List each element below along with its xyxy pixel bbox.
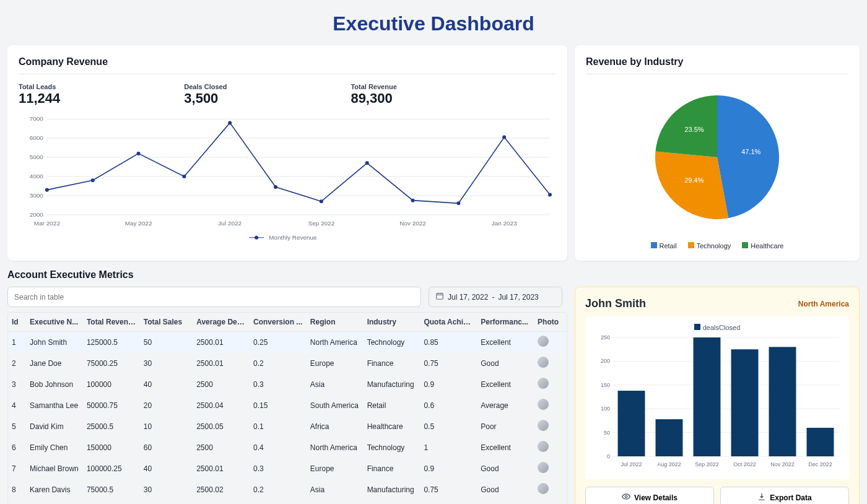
industry-pie-chart: 47.1%29.4%23.5% <box>586 83 848 232</box>
revenue-line-chart: 200030004000500060007000Mar 2022May 2022… <box>19 113 556 243</box>
svg-rect-57 <box>769 347 796 456</box>
deals-bar-chart: 050100150200250Jul 2022Aug 2022Sep 2022O… <box>590 334 844 470</box>
calendar-icon <box>435 292 444 302</box>
date-range-picker[interactable]: Jul 17, 2022 - Jul 17, 2023 <box>429 287 562 307</box>
col-header[interactable]: Average Deal... <box>193 313 250 332</box>
svg-text:Jul 2022: Jul 2022 <box>218 220 242 227</box>
svg-point-14 <box>137 152 141 155</box>
table-row[interactable]: 5David Kim25000.5102500.050.1AfricaHealt… <box>8 416 567 437</box>
svg-text:Dec 2022: Dec 2022 <box>808 461 832 467</box>
table-row[interactable]: 7Michael Brown100000.25402500.010.3Europ… <box>8 458 567 479</box>
executives-table: IdExecutive N...Total RevenueTotal Sales… <box>7 312 567 504</box>
svg-text:Sep 2022: Sep 2022 <box>308 220 335 227</box>
table-row[interactable]: 6Emily Chen1500006025000.4North AmericaT… <box>8 437 567 458</box>
svg-text:Nov 2022: Nov 2022 <box>399 220 426 227</box>
col-header[interactable]: Quota Achie... <box>420 313 477 332</box>
company-revenue-card: Company Revenue Total Leads 11,244 Deals… <box>7 45 567 261</box>
table-row[interactable]: 8Karen Davis75000.5302500.020.2AsiaManuf… <box>8 479 567 500</box>
avatar <box>538 336 549 347</box>
col-header[interactable]: Id <box>8 313 26 332</box>
svg-text:200: 200 <box>601 358 610 364</box>
svg-text:5000: 5000 <box>30 154 44 160</box>
industry-pie-card: Revenue by Industry 47.1%29.4%23.5% Reta… <box>575 45 860 261</box>
download-icon <box>757 492 766 503</box>
col-header[interactable]: Performanc... <box>477 313 534 332</box>
date-start: Jul 17, 2022 <box>448 293 488 302</box>
svg-text:May 2022: May 2022 <box>125 220 152 227</box>
svg-text:4000: 4000 <box>30 173 44 180</box>
detail-name: John Smith <box>585 297 646 310</box>
kpi-deals: Deals Closed 3,500 <box>184 83 227 106</box>
svg-text:Aug 2022: Aug 2022 <box>657 461 681 467</box>
svg-point-12 <box>45 188 49 192</box>
card-title: Company Revenue <box>19 56 556 74</box>
detail-region: North America <box>798 300 849 308</box>
table-row[interactable]: 3Bob Johnson1000004025000.3AsiaManufactu… <box>8 374 567 395</box>
bar-legend: dealsClosed <box>703 324 741 331</box>
kpi-label: Total Leads <box>19 83 60 90</box>
avatar <box>538 462 549 473</box>
svg-point-61 <box>625 495 627 498</box>
avatar <box>538 441 549 452</box>
avatar <box>538 399 549 410</box>
svg-text:2000: 2000 <box>30 211 44 218</box>
table-row[interactable]: 4Samantha Lee50000.75202500.040.15South … <box>8 395 567 416</box>
svg-text:Sep 2022: Sep 2022 <box>695 461 719 467</box>
svg-rect-59 <box>807 428 834 456</box>
executive-detail-card: John Smith North America dealsClosed 050… <box>575 287 860 504</box>
pie-legend: Retail Technology Healthcare <box>586 242 848 250</box>
kpi-value: 89,300 <box>351 90 396 106</box>
card-title: Revenue by Industry <box>586 56 848 74</box>
svg-point-20 <box>411 199 415 202</box>
search-input[interactable] <box>7 287 421 307</box>
svg-point-22 <box>502 136 506 139</box>
avatar <box>538 357 549 368</box>
table-row[interactable]: 9Tom Wilson500002025000.15South AmericaR… <box>8 500 567 505</box>
page-title: Executive Dashboard <box>7 12 860 35</box>
svg-rect-49 <box>618 391 645 456</box>
avatar <box>538 378 549 389</box>
avatar <box>538 420 549 431</box>
svg-text:Oct 2022: Oct 2022 <box>733 461 756 467</box>
kpi-label: Deals Closed <box>184 83 227 90</box>
svg-text:Jan 2023: Jan 2023 <box>492 220 517 227</box>
view-details-button[interactable]: View Details <box>585 487 714 504</box>
col-header[interactable]: Photo <box>534 313 567 332</box>
col-header[interactable]: Total Revenue <box>83 313 140 332</box>
kpi-revenue: Total Revenue 89,300 <box>351 83 396 106</box>
svg-point-19 <box>365 161 369 165</box>
svg-rect-53 <box>694 337 721 456</box>
kpi-value: 3,500 <box>184 90 227 106</box>
svg-point-21 <box>456 201 460 205</box>
svg-text:100: 100 <box>601 406 610 412</box>
svg-text:0: 0 <box>607 453 610 459</box>
svg-text:Mar 2022: Mar 2022 <box>34 220 61 227</box>
kpi-label: Total Revenue <box>351 83 396 90</box>
svg-text:Nov 2022: Nov 2022 <box>770 461 795 467</box>
kpi-leads: Total Leads 11,244 <box>19 83 60 106</box>
svg-text:6000: 6000 <box>30 134 44 141</box>
svg-point-23 <box>548 193 552 196</box>
svg-text:29.4%: 29.4% <box>684 176 704 184</box>
col-header[interactable]: Region <box>307 313 364 332</box>
svg-text:Jul 2022: Jul 2022 <box>621 461 642 467</box>
svg-text:Monthly Revenue: Monthly Revenue <box>269 234 317 241</box>
col-header[interactable]: Industry <box>364 313 420 332</box>
svg-point-15 <box>182 175 186 178</box>
eye-icon <box>622 492 630 503</box>
svg-text:47.1%: 47.1% <box>741 148 760 155</box>
svg-rect-36 <box>437 293 443 299</box>
table-row[interactable]: 2Jane Doe75000.25302500.010.2EuropeFinan… <box>8 353 567 374</box>
svg-text:50: 50 <box>604 430 610 436</box>
table-row[interactable]: 1John Smith125000.5502500.010.25North Am… <box>8 332 567 353</box>
svg-text:3000: 3000 <box>30 192 44 199</box>
export-data-button[interactable]: Export Data <box>720 487 849 504</box>
svg-point-17 <box>274 185 277 189</box>
kpi-value: 11,244 <box>19 90 60 106</box>
col-header[interactable]: Total Sales <box>140 313 193 332</box>
col-header[interactable]: Conversion ... <box>250 313 307 332</box>
svg-text:250: 250 <box>601 334 610 341</box>
col-header[interactable]: Executive N... <box>26 313 83 332</box>
svg-text:7000: 7000 <box>30 115 44 122</box>
svg-point-13 <box>91 178 95 182</box>
